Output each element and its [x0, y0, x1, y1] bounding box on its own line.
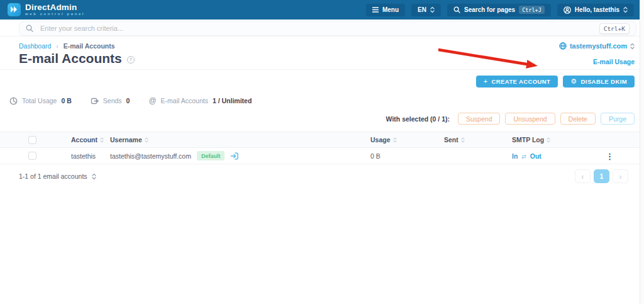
search-input[interactable] — [39, 24, 594, 33]
domain-selector[interactable]: tastemystuff.com — [559, 42, 635, 50]
stats-row: Total Usage 0 B Sends 0 @ E-mail Account… — [9, 96, 635, 105]
page-number-button[interactable]: 1 — [594, 169, 609, 183]
directadmin-logo-icon — [8, 3, 21, 16]
stat-label: Sends — [103, 97, 122, 104]
page-size-selector-icon[interactable] — [92, 173, 96, 180]
page-content: Dashboard › E-mail Accounts tastemystuff… — [0, 42, 644, 183]
chevron-updown-icon — [430, 6, 435, 13]
account-cell: tastethis — [71, 152, 110, 160]
stat-value: 0 B — [61, 97, 71, 104]
unsuspend-button[interactable]: Unsuspend — [505, 113, 555, 125]
sort-icon — [393, 137, 397, 143]
smtp-out-link[interactable]: Out — [530, 152, 541, 160]
sort-icon — [461, 137, 465, 143]
brand-tagline: web control panel — [25, 13, 85, 16]
page-search-label: Search for pages — [464, 6, 515, 13]
disable-dkim-label: DISABLE DKIM — [581, 78, 627, 85]
chevron-updown-icon — [630, 43, 635, 50]
language-label: EN — [418, 6, 426, 13]
sort-icon — [145, 137, 148, 143]
page-title: E-mail Accounts ? — [19, 51, 135, 66]
default-badge: Default — [197, 151, 225, 160]
top-navbar: DirectAdmin web control panel Menu EN Se… — [0, 0, 644, 20]
help-icon[interactable]: ? — [127, 56, 135, 64]
username-text: tastethis@tastemystuff.com — [110, 152, 191, 160]
breadcrumb-dashboard-link[interactable]: Dashboard — [19, 42, 51, 50]
email-accounts-table: Account Username Usage Sent — [0, 132, 644, 183]
email-usage-link[interactable]: E-mail Usage — [593, 58, 635, 65]
globe-icon — [559, 42, 567, 50]
search-icon — [26, 25, 33, 32]
user-greeting-label: Hello, tastethis — [575, 6, 619, 13]
stat-sends: Sends 0 — [91, 97, 130, 105]
domain-label: tastemystuff.com — [570, 42, 627, 50]
swap-arrows-icon: ⇄ — [521, 154, 526, 160]
sort-icon — [100, 137, 104, 143]
username-cell: tastethis@tastemystuff.com Default — [110, 151, 370, 160]
stat-email-accounts: @ E-mail Accounts 1 / Unlimited — [148, 96, 252, 105]
send-box-icon — [91, 97, 99, 105]
stat-label: Total Usage — [22, 97, 57, 104]
page-search-shortcut-badge: Ctrl+J — [519, 6, 545, 14]
usage-pie-icon — [9, 97, 18, 105]
disable-dkim-button[interactable]: ⚙ DISABLE DKIM — [563, 76, 635, 87]
row-actions-kebab-menu[interactable]: ⋮ — [606, 152, 614, 160]
table-row: tastethis tastethis@tastemystuff.com Def… — [0, 148, 644, 164]
page-title-text: E-mail Accounts — [19, 51, 122, 66]
breadcrumb-separator: › — [56, 42, 58, 50]
language-selector[interactable]: EN — [411, 4, 441, 16]
gear-icon: ⚙ — [570, 78, 577, 85]
plus-icon: + — [484, 78, 488, 85]
page-search-button[interactable]: Search for pages Ctrl+J — [447, 4, 551, 16]
previous-page-button[interactable]: ‹ — [575, 169, 591, 183]
suspend-button[interactable]: Suspend — [458, 113, 500, 125]
hamburger-icon — [372, 7, 379, 13]
delete-button[interactable]: Delete — [560, 113, 596, 125]
pagination-summary: 1-1 of 1 email accounts — [19, 172, 96, 180]
with-selected-label: With selected (0 / 1): — [386, 115, 450, 123]
directadmin-brand[interactable]: DirectAdmin web control panel — [8, 3, 85, 16]
search-icon — [453, 6, 460, 13]
menu-button[interactable]: Menu — [366, 4, 405, 16]
header-divider — [0, 69, 644, 70]
brand-name: DirectAdmin — [25, 3, 85, 12]
global-search-row: Ctrl+K — [0, 20, 644, 37]
select-all-checkbox[interactable] — [28, 136, 36, 144]
at-sign-icon: @ — [148, 96, 156, 105]
breadcrumb-current: E-mail Accounts — [64, 42, 115, 50]
user-icon — [564, 6, 571, 14]
usage-cell: 0 B — [370, 152, 444, 160]
create-account-button[interactable]: + CREATE ACCOUNT — [476, 76, 558, 87]
breadcrumb: Dashboard › E-mail Accounts — [19, 42, 115, 50]
chevron-updown-icon — [623, 6, 628, 13]
row-checkbox[interactable] — [28, 152, 36, 160]
global-search-bar[interactable]: Ctrl+K — [19, 21, 636, 36]
webmail-login-icon[interactable] — [230, 152, 239, 160]
column-header-sent[interactable]: Sent — [444, 136, 512, 144]
smtp-log-cell: In ⇄ Out — [512, 152, 644, 160]
column-header-username[interactable]: Username — [110, 136, 370, 144]
browser-scrollbar[interactable] — [640, 0, 644, 304]
next-page-button[interactable]: › — [613, 169, 628, 183]
stat-label: E-mail Accounts — [161, 97, 208, 104]
column-header-usage[interactable]: Usage — [370, 136, 444, 144]
create-account-label: CREATE ACCOUNT — [492, 78, 551, 85]
menu-label: Menu — [382, 6, 399, 13]
pagination-controls: ‹ 1 › — [575, 169, 628, 183]
user-menu-button[interactable]: Hello, tastethis — [557, 4, 634, 16]
smtp-in-link[interactable]: In — [512, 152, 518, 160]
stat-value: 1 / Unlimited — [213, 97, 252, 104]
stat-value: 0 — [126, 97, 130, 104]
search-shortcut-badge: Ctrl+K — [599, 23, 630, 34]
table-header-row: Account Username Usage Sent — [0, 132, 644, 148]
navbar-actions: Menu EN Search for pages Ctrl+J Hello, t… — [366, 4, 634, 16]
column-header-account[interactable]: Account — [71, 136, 110, 144]
purge-button[interactable]: Purge — [601, 113, 635, 125]
stat-total-usage: Total Usage 0 B — [9, 97, 72, 105]
sort-icon — [547, 137, 550, 143]
column-header-smtp-log[interactable]: SMTP Log — [512, 136, 644, 144]
